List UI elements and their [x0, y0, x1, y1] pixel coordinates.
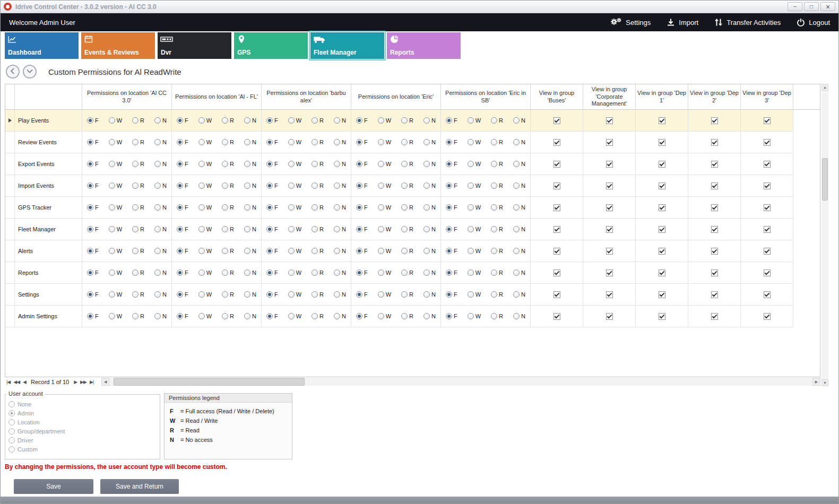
radio-option-w[interactable]: W — [109, 248, 122, 254]
radio-option-f[interactable]: F — [446, 139, 457, 145]
group-checkbox[interactable] — [659, 270, 665, 276]
user-account-option-driver[interactable]: Driver — [8, 437, 155, 444]
nav-nextpage-button[interactable]: ▶▶ — [79, 379, 88, 385]
radio-option-f[interactable]: F — [356, 139, 368, 145]
radio-option-n[interactable]: N — [513, 291, 525, 298]
radio-option-r[interactable]: R — [312, 226, 324, 232]
group-checkbox[interactable] — [606, 117, 613, 124]
radio-option-f[interactable]: F — [177, 248, 188, 254]
radio-option-w[interactable]: W — [468, 183, 481, 189]
nav-prev-button[interactable]: ◀ — [21, 379, 28, 385]
radio-option-w[interactable]: W — [198, 139, 212, 145]
collapse-button[interactable] — [23, 65, 37, 79]
radio-option-r[interactable]: R — [312, 117, 324, 124]
radio-option-w[interactable]: W — [109, 204, 122, 211]
radio-option-f[interactable]: F — [177, 117, 188, 124]
location-column-header[interactable]: Permissions on location 'Al - FL' — [172, 84, 262, 110]
group-checkbox[interactable] — [764, 161, 771, 168]
radio-option-r[interactable]: R — [401, 248, 413, 254]
radio-option-n[interactable]: N — [423, 183, 436, 189]
radio-option-n[interactable]: N — [334, 226, 346, 232]
group-checkbox[interactable] — [606, 248, 613, 255]
radio-option-r[interactable]: R — [132, 161, 144, 167]
radio-option-w[interactable]: W — [109, 139, 122, 145]
radio-option-f[interactable]: F — [446, 248, 457, 254]
radio-option-n[interactable]: N — [244, 139, 256, 145]
radio-option-n[interactable]: N — [423, 270, 436, 276]
radio-option-r[interactable]: R — [222, 270, 234, 276]
transfer-activities-button[interactable]: Transfer Activities — [714, 18, 781, 27]
tab-dvr[interactable]: Dvr — [158, 32, 231, 59]
radio-option-n[interactable]: N — [423, 248, 436, 254]
group-checkbox[interactable] — [553, 204, 560, 211]
radio-option-r[interactable]: R — [312, 139, 324, 145]
radio-option-w[interactable]: W — [288, 117, 301, 124]
radio-option-f[interactable]: F — [356, 183, 368, 189]
group-checkbox[interactable] — [553, 139, 560, 146]
radio-option-n[interactable]: N — [154, 183, 167, 189]
location-column-header[interactable]: Permissions on location 'Al CC 3.0' — [82, 84, 172, 110]
radio-option-r[interactable]: R — [401, 291, 413, 298]
radio-option-r[interactable]: R — [312, 270, 324, 276]
radio-option-n[interactable]: N — [513, 313, 525, 319]
radio-option-w[interactable]: W — [468, 248, 481, 254]
radio-option-f[interactable]: F — [356, 226, 368, 232]
radio-option-r[interactable]: R — [491, 313, 503, 319]
radio-option-n[interactable]: N — [334, 313, 346, 319]
radio-option-r[interactable]: R — [222, 117, 234, 124]
radio-option-n[interactable]: N — [334, 270, 346, 276]
radio-option-f[interactable]: F — [266, 248, 278, 254]
radio-option-n[interactable]: N — [334, 183, 346, 189]
radio-option-f[interactable]: F — [266, 183, 278, 189]
group-checkbox[interactable] — [553, 248, 560, 255]
tab-gps[interactable]: GPS — [234, 32, 308, 59]
radio-option-r[interactable]: R — [401, 204, 413, 211]
radio-option-n[interactable]: N — [244, 270, 256, 276]
radio-option-w[interactable]: W — [109, 226, 122, 232]
radio-option-r[interactable]: R — [312, 161, 324, 167]
radio-option-f[interactable]: F — [177, 291, 188, 298]
radio-option-n[interactable]: N — [513, 226, 525, 232]
radio-option-r[interactable]: R — [132, 270, 144, 276]
user-account-option-group-department[interactable]: Group/department — [8, 428, 155, 435]
radio-option-w[interactable]: W — [109, 270, 122, 276]
group-checkbox[interactable] — [606, 161, 613, 168]
radio-option-w[interactable]: W — [288, 226, 301, 232]
radio-option-w[interactable]: W — [198, 270, 212, 276]
group-checkbox[interactable] — [606, 139, 613, 146]
radio-option-f[interactable]: F — [87, 183, 99, 189]
group-column-header[interactable]: View in group 'Dep 1' — [636, 84, 688, 110]
group-checkbox[interactable] — [764, 204, 771, 211]
radio-option-w[interactable]: W — [198, 226, 212, 232]
radio-option-n[interactable]: N — [334, 248, 346, 254]
radio-option-n[interactable]: N — [244, 161, 256, 167]
radio-option-w[interactable]: W — [468, 313, 481, 319]
radio-option-r[interactable]: R — [491, 161, 503, 167]
radio-option-r[interactable]: R — [491, 270, 503, 276]
radio-option-r[interactable]: R — [222, 226, 234, 232]
group-checkbox[interactable] — [553, 183, 560, 189]
radio-option-r[interactable]: R — [401, 183, 413, 189]
vertical-scroll-thumb[interactable] — [822, 158, 828, 201]
radio-option-r[interactable]: R — [312, 313, 324, 319]
group-checkbox[interactable] — [659, 183, 665, 189]
radio-option-n[interactable]: N — [244, 117, 256, 124]
scroll-left-icon[interactable]: ◀ — [101, 378, 109, 386]
radio-option-n[interactable]: N — [244, 313, 256, 319]
nav-first-button[interactable]: |◀ — [5, 379, 12, 385]
radio-option-w[interactable]: W — [468, 291, 481, 298]
radio-option-f[interactable]: F — [177, 161, 188, 167]
radio-option-f[interactable]: F — [266, 313, 278, 319]
radio-option-r[interactable]: R — [222, 291, 234, 298]
scroll-up-icon[interactable]: ▲ — [821, 84, 828, 91]
radio-option-f[interactable]: F — [87, 226, 99, 232]
radio-option-f[interactable]: F — [356, 204, 368, 211]
radio-option-f[interactable]: F — [356, 117, 368, 124]
group-checkbox[interactable] — [764, 226, 771, 233]
group-column-header[interactable]: View in group 'Buses' — [531, 84, 583, 110]
radio-option-n[interactable]: N — [423, 139, 436, 145]
radio-option-r[interactable]: R — [132, 117, 144, 124]
group-checkbox[interactable] — [764, 248, 771, 255]
group-checkbox[interactable] — [659, 313, 665, 320]
radio-option-n[interactable]: N — [423, 161, 436, 167]
